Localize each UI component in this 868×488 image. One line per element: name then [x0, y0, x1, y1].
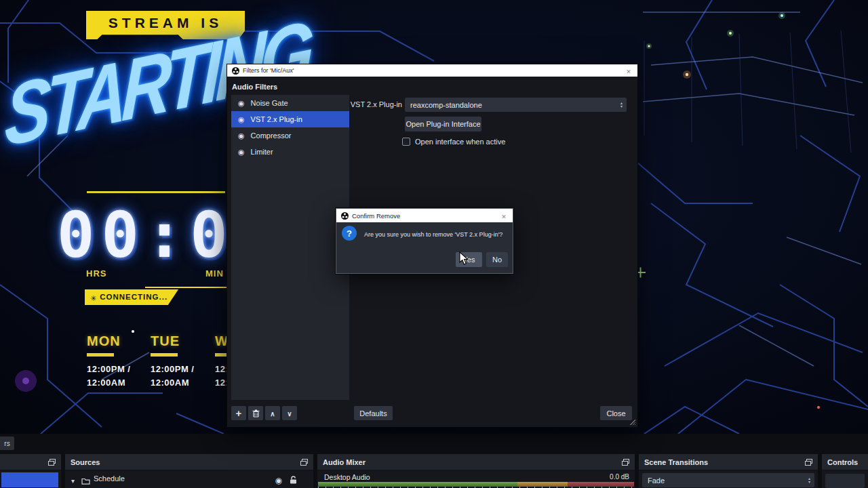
lock-icon[interactable]	[290, 474, 297, 487]
schedule-day: TUE	[151, 333, 212, 349]
chevron-up-icon	[270, 409, 275, 418]
filter-item-noise-gate[interactable]: Noise Gate	[231, 95, 349, 111]
connecting-banner: CONNECTING...	[85, 289, 178, 305]
scene-transitions-dock: Scene Transitions Fade	[639, 454, 818, 488]
defaults-button[interactable]: Defaults	[354, 406, 393, 420]
sources-dock: Sources Schedule	[65, 454, 313, 488]
add-filter-button[interactable]	[231, 406, 246, 420]
close-button[interactable]: Close	[600, 406, 632, 420]
spinner-arrows-icon[interactable]	[808, 477, 814, 484]
meter-green-segment	[318, 482, 517, 487]
obs-main-window: STREAM IS STARTING 00:0 HRS MIN CONNECTI…	[0, 0, 868, 488]
filters-dialog-titlebar[interactable]: Filters for 'Mic/Aux'	[227, 64, 637, 77]
connecting-text: CONNECTING...	[100, 293, 167, 302]
spinner-arrows-icon[interactable]	[620, 102, 627, 108]
transition-selected-value: Fade	[642, 476, 808, 485]
open-interface-checkbox[interactable]	[402, 138, 410, 146]
question-mark-icon: ?	[342, 226, 357, 241]
trash-icon	[252, 409, 260, 418]
selected-scene-item[interactable]	[1, 472, 58, 487]
audio-mixer-dock-header[interactable]: Audio Mixer	[317, 454, 635, 470]
popout-dock-icon[interactable]	[48, 459, 56, 466]
confirm-dialog-titlebar[interactable]: Confirm Remove	[336, 209, 513, 222]
timer-divider-line	[87, 191, 225, 193]
popout-dock-icon[interactable]	[622, 459, 629, 466]
folder-icon	[81, 475, 90, 487]
controls-dock-title: Controls	[827, 458, 863, 466]
controls-partial-button[interactable]	[825, 474, 865, 488]
schedule-time-top: 12:00PM /	[87, 364, 148, 374]
mouse-cursor	[459, 251, 469, 266]
schedule-day: MON	[87, 333, 148, 349]
scene-transitions-dock-header[interactable]: Scene Transitions	[639, 454, 818, 470]
dock-area: rs Sources Schedule	[0, 434, 868, 488]
scenes-dock	[0, 454, 61, 488]
meter-orange-segment	[517, 482, 568, 487]
schedule-time-top: 12:00PM /	[151, 364, 212, 374]
source-row-schedule[interactable]: Schedule	[65, 470, 313, 488]
connecting-accent-line	[145, 287, 226, 288]
filter-item-label: Limiter	[251, 148, 273, 156]
visibility-eye-icon[interactable]	[275, 474, 282, 486]
source-label: Schedule	[94, 474, 125, 483]
confirm-dialog-title: Confirm Remove	[352, 212, 496, 220]
sources-dock-title: Sources	[71, 458, 300, 466]
timer-min-label: MIN	[205, 268, 224, 279]
transition-select[interactable]: Fade	[642, 473, 814, 487]
resize-grip[interactable]	[630, 420, 635, 425]
mixer-channel-level: 0.0 dB	[610, 473, 629, 481]
schedule-underline	[151, 353, 178, 357]
filter-item-limiter[interactable]: Limiter	[231, 144, 349, 160]
meter-red-segment	[568, 482, 634, 487]
obs-logo-icon	[232, 67, 239, 75]
chevron-down-icon	[287, 409, 292, 418]
filter-item-label: Compressor	[251, 131, 292, 140]
visibility-eye-icon[interactable]	[238, 115, 245, 124]
spinner-icon	[90, 291, 96, 304]
no-button[interactable]: No	[486, 252, 508, 267]
audio-mixer-dock: Audio Mixer Desktop Audio 0.0 dB	[317, 454, 635, 488]
filter-item-label: VST 2.x Plug-in	[251, 115, 302, 123]
countdown-timer: 00:0	[57, 199, 235, 272]
plus-icon	[236, 408, 242, 418]
visibility-eye-icon[interactable]	[238, 99, 245, 108]
open-interface-checkbox-label: Open interface when active	[415, 138, 505, 146]
schedule-column-mon: MON 12:00PM / 12:00AM	[87, 333, 148, 388]
timer-hrs-label: HRS	[86, 268, 106, 279]
popout-dock-icon[interactable]	[300, 459, 308, 466]
filters-dialog-title: Filters for 'Mic/Aux'	[243, 67, 621, 74]
visibility-eye-icon[interactable]	[238, 148, 245, 157]
schedule-time-bottom: 12:00AM	[151, 378, 212, 388]
remove-filter-button[interactable]	[248, 406, 263, 420]
vst-plugin-field-label: VST 2.x Plug-in	[347, 100, 402, 108]
sources-dock-header[interactable]: Sources	[65, 454, 313, 470]
close-icon[interactable]	[625, 64, 633, 77]
popout-dock-icon[interactable]	[805, 459, 812, 466]
confirm-message: Are you sure you wish to remove 'VST 2.x…	[364, 231, 511, 238]
visibility-eye-icon[interactable]	[238, 131, 245, 140]
controls-dock-header[interactable]: Controls	[822, 454, 868, 470]
cropped-label-fragment: rs	[0, 436, 14, 450]
filter-list: Noise Gate VST 2.x Plug-in Compressor Li…	[231, 95, 349, 400]
scene-transitions-dock-title: Scene Transitions	[644, 458, 805, 466]
move-filter-down-button[interactable]	[282, 406, 297, 420]
schedule-column-tue: TUE 12:00PM / 12:00AM	[151, 333, 212, 388]
controls-dock: Controls	[822, 454, 868, 488]
audio-filters-label: Audio Filters	[232, 83, 277, 91]
schedule-time-bottom: 12:00AM	[87, 378, 148, 388]
open-plugin-interface-button[interactable]: Open Plug-in Interface	[405, 117, 481, 131]
filter-item-vst-plugin[interactable]: VST 2.x Plug-in	[231, 111, 349, 127]
mixer-channel-name: Desktop Audio	[324, 473, 370, 481]
scenes-dock-header[interactable]	[0, 454, 61, 470]
vst-plugin-select[interactable]: reaxcomp-standalone	[405, 98, 627, 112]
filter-item-compressor[interactable]: Compressor	[231, 127, 349, 144]
obs-logo-icon	[341, 212, 349, 220]
audio-mixer-dock-title: Audio Mixer	[323, 458, 622, 466]
close-icon[interactable]	[500, 209, 508, 222]
filter-item-label: Noise Gate	[251, 99, 288, 107]
schedule-underline	[87, 353, 114, 357]
volume-meter	[318, 482, 634, 487]
chevron-down-icon[interactable]	[71, 474, 75, 486]
confirm-remove-dialog: Confirm Remove ? Are you sure you wish t…	[336, 208, 513, 274]
move-filter-up-button[interactable]	[265, 406, 280, 420]
